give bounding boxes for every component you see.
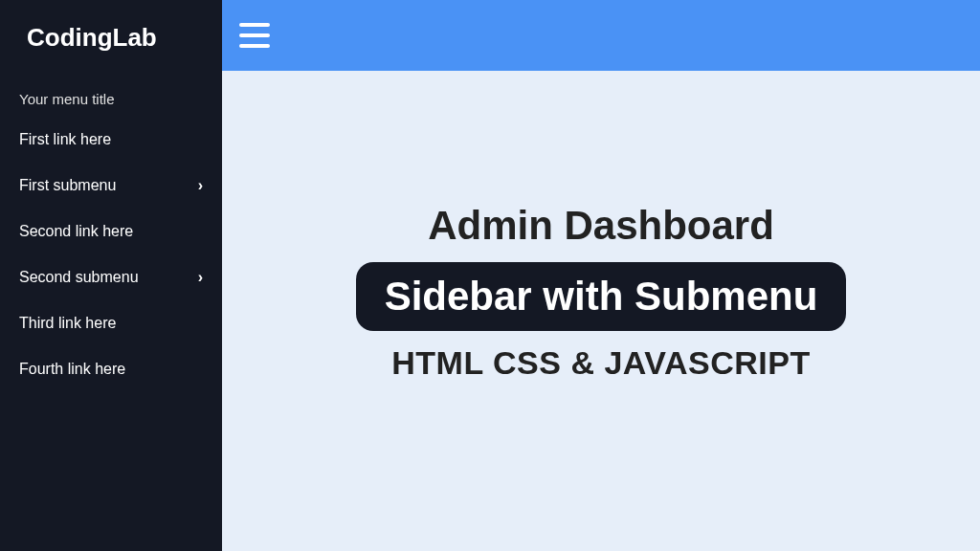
brand-logo: CodingLab	[0, 0, 222, 81]
topbar	[222, 0, 980, 71]
content-area: Admin Dashboard Sidebar with Submenu HTM…	[222, 71, 980, 551]
sidebar-item-second-submenu[interactable]: Second submenu ›	[0, 254, 222, 300]
sidebar-item-label: Second link here	[19, 223, 133, 240]
sidebar-item-label: Fourth link here	[19, 361, 125, 378]
sidebar: CodingLab Your menu title First link her…	[0, 0, 222, 551]
sidebar-item-label: Second submenu	[19, 269, 139, 286]
sidebar-item-label: First link here	[19, 131, 111, 148]
chevron-right-icon: ›	[198, 269, 203, 286]
sidebar-item-first-link[interactable]: First link here	[0, 117, 222, 163]
sidebar-item-label: First submenu	[19, 177, 116, 194]
menu-title: Your menu title	[0, 81, 222, 117]
sidebar-item-fourth-link[interactable]: Fourth link here	[0, 346, 222, 392]
page-title: Admin Dashboard	[428, 203, 774, 249]
main-content: Admin Dashboard Sidebar with Submenu HTM…	[222, 0, 980, 551]
sidebar-item-second-link[interactable]: Second link here	[0, 209, 222, 254]
hamburger-menu-icon[interactable]	[239, 23, 270, 48]
sidebar-item-first-submenu[interactable]: First submenu ›	[0, 163, 222, 209]
chevron-right-icon: ›	[198, 177, 203, 194]
sidebar-item-third-link[interactable]: Third link here	[0, 300, 222, 346]
sidebar-item-label: Third link here	[19, 315, 116, 332]
subtitle-pill: Sidebar with Submenu	[356, 262, 847, 331]
tech-stack-label: HTML CSS & JAVASCRIPT	[391, 344, 810, 382]
